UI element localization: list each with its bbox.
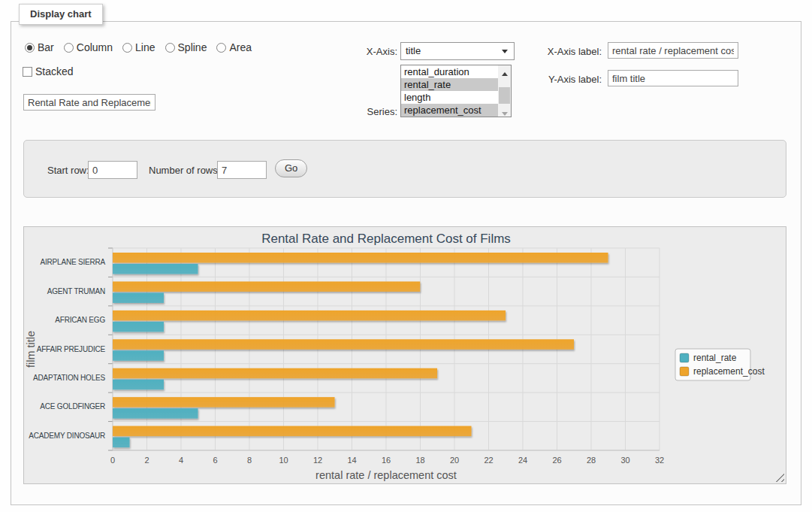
category-label: ADAPTATION HOLES	[33, 374, 105, 382]
chart-type-row: BarColumnLineSplineArea	[25, 41, 261, 53]
x-tick-label: 6	[213, 456, 217, 465]
chart-type-label: Column	[77, 41, 113, 53]
x-axis-label-label: X-Axis label:	[492, 46, 602, 57]
x-tick-label: 16	[382, 456, 391, 465]
x-tick-label: 20	[450, 456, 459, 465]
fieldset-legend: Display chart	[19, 4, 103, 25]
chart-type-label: Spline	[178, 41, 207, 53]
bar-rental_rate-2	[113, 322, 164, 332]
bar-replacement_cost-2	[113, 311, 506, 321]
scroll-down-icon[interactable]	[498, 105, 511, 117]
chart-type-label: Bar	[38, 41, 54, 53]
x-tick-label: 28	[587, 456, 596, 465]
chart-type-radio-bar[interactable]: Bar	[25, 41, 54, 53]
bar-rental_rate-1	[113, 292, 164, 303]
scrollbar-thumb[interactable]	[499, 87, 510, 104]
y-axis-label-input[interactable]	[608, 70, 738, 86]
series-multiselect[interactable]: rental_durationrental_ratelengthreplacem…	[400, 65, 512, 117]
rows-panel: Start row: Number of rows: Go	[23, 140, 786, 198]
radio-icon[interactable]	[216, 43, 226, 53]
category-label: AGENT TRUMAN	[47, 287, 105, 295]
series-option-length[interactable]: length	[401, 91, 498, 104]
legend-item-rental_rate[interactable]: rental_rate	[680, 353, 737, 363]
series-option-replacement_cost[interactable]: replacement_cost	[401, 104, 498, 117]
x-tick-label: 32	[655, 456, 664, 465]
series-option-rental_duration[interactable]: rental_duration	[401, 65, 498, 78]
y-axis-title: film title	[25, 331, 37, 368]
bar-replacement_cost-1	[113, 281, 420, 292]
chart-type-radio-area[interactable]: Area	[216, 41, 252, 53]
category-label: ACE GOLDFINGER	[40, 402, 105, 411]
x-tick-label: 30	[620, 456, 629, 465]
category-label: ACADEMY DINOSAUR	[29, 432, 105, 440]
num-rows-label: Number of rows:	[149, 165, 220, 176]
bar-replacement_cost-6	[113, 426, 472, 437]
legend-label: rental_rate	[693, 353, 737, 363]
x-tick-label: 4	[179, 456, 183, 465]
bar-replacement_cost-0	[113, 253, 608, 263]
x-tick-label: 22	[484, 456, 493, 465]
go-button[interactable]: Go	[275, 159, 307, 177]
radio-icon[interactable]	[64, 43, 74, 53]
chart-type-radio-column[interactable]: Column	[64, 41, 113, 53]
x-tick-label: 2	[144, 456, 149, 465]
legend-label: replacement_cost	[693, 366, 765, 377]
chart-container: Rental Rate and Replacement Cost of Film…	[23, 226, 786, 484]
y-axis-label-label: Y-Axis label:	[492, 74, 602, 85]
stacked-label: Stacked	[35, 65, 74, 77]
bar-rental_rate-0	[113, 264, 198, 274]
x-tick-label: 0	[110, 456, 115, 465]
radio-icon[interactable]	[25, 43, 35, 53]
stacked-checkbox-row[interactable]: Stacked	[23, 65, 74, 77]
bar-rental_rate-6	[113, 438, 130, 448]
legend-symbol	[680, 367, 689, 376]
x-tick-label: 18	[415, 456, 424, 465]
num-rows-input[interactable]	[217, 161, 267, 179]
chart-type-label: Line	[135, 41, 155, 53]
chart-title: Rental Rate and Replacement Cost of Film…	[261, 232, 511, 246]
chart-title-input[interactable]	[23, 94, 155, 111]
category-label: AIRPLANE SIERRA	[41, 258, 106, 266]
chart-type-radio-spline[interactable]: Spline	[165, 41, 207, 53]
bar-replacement_cost-5	[113, 397, 335, 407]
category-label: AFRICAN EGG	[55, 316, 105, 324]
page: Display chart BarColumnLineSplineArea St…	[0, 0, 812, 512]
radio-icon[interactable]	[165, 43, 175, 53]
x-axis-label-input[interactable]	[608, 42, 738, 59]
chart-type-label: Area	[229, 41, 252, 53]
x-tick-label: 14	[347, 456, 356, 465]
bar-rental_rate-3	[113, 350, 164, 361]
bar-chart: Rental Rate and Replacement Cost of Film…	[24, 227, 786, 483]
x-tick-label: 26	[552, 456, 561, 465]
bar-replacement_cost-4	[113, 368, 437, 379]
bar-rental_rate-5	[113, 408, 198, 419]
series-options: rental_durationrental_ratelengthreplacem…	[401, 65, 498, 117]
x-axis-select-label: X-Axis:	[342, 46, 397, 57]
bar-rental_rate-4	[113, 380, 164, 390]
stacked-checkbox[interactable]	[23, 67, 32, 77]
display-chart-fieldset: BarColumnLineSplineArea Stacked X-Axis: …	[11, 21, 801, 505]
start-row-label: Start row:	[47, 165, 89, 176]
series-list-label: Series:	[342, 106, 397, 117]
start-row-input[interactable]	[88, 161, 137, 179]
radio-icon[interactable]	[122, 43, 132, 53]
x-axis-selected-value: title	[406, 45, 421, 56]
legend-symbol	[680, 353, 689, 362]
x-tick-label: 24	[518, 456, 527, 465]
x-tick-label: 8	[247, 456, 252, 465]
bar-replacement_cost-3	[113, 339, 574, 350]
chart-type-radio-line[interactable]: Line	[122, 41, 155, 53]
x-axis-title: rental rate / replacement cost	[315, 469, 457, 481]
x-tick-label: 10	[279, 456, 288, 465]
x-tick-label: 12	[313, 456, 322, 465]
chart-legend: rental_ratereplacement_cost	[675, 349, 765, 380]
category-label: AFFAIR PREJUDICE	[37, 345, 106, 353]
series-option-rental_rate[interactable]: rental_rate	[401, 78, 498, 91]
